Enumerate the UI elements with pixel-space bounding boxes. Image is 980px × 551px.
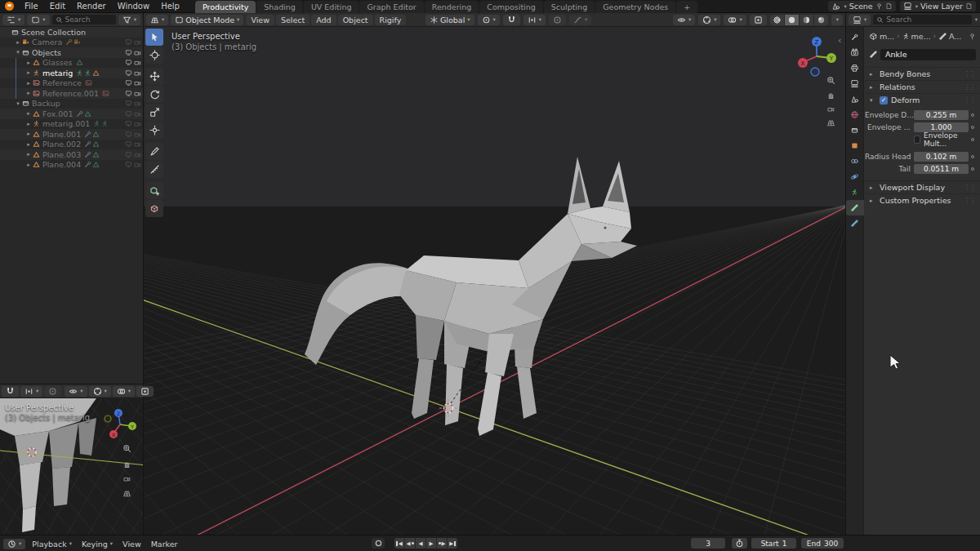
tool-select-box[interactable] [145,29,163,46]
prev-keyframe-button[interactable]: ◀ [405,538,415,549]
zoom-icon[interactable] [122,444,131,453]
hide-viewport-icon[interactable] [125,90,132,97]
disable-render-icon[interactable] [134,161,141,168]
camera-view-icon[interactable] [826,105,835,113]
tool-cursor[interactable] [145,47,163,64]
disable-render-icon[interactable] [134,59,141,66]
mini-navigation-gizmo[interactable]: Z X Y [102,407,138,442]
menubar-item-edit[interactable]: Edit [44,2,71,11]
mini-gizmos-dropdown[interactable]: ▾ [89,386,111,397]
secondary-viewport-canvas[interactable]: User Perspective (3) Objects | metarig Z… [0,398,143,535]
field-checkbox-row[interactable]: Envelope Mult... [914,131,969,148]
mode-dropdown[interactable]: Object Mode▾ [171,15,243,25]
menubar-item-file[interactable]: File [19,2,44,11]
shading-material-button[interactable] [800,15,813,25]
hide-viewport-icon[interactable] [125,120,132,127]
zoom-icon[interactable] [826,76,835,85]
sidebar-toggle-icon[interactable]: ‹ [838,35,841,46]
disable-render-icon[interactable] [134,100,141,107]
properties-tab-tool[interactable] [846,29,864,45]
outliner-row-objects[interactable]: ▾Objects [0,47,143,58]
properties-tab-bone[interactable] [846,200,864,216]
outliner-row-glasses[interactable]: ▸Glasses [0,58,143,69]
hide-viewport-icon[interactable] [125,59,132,66]
hide-viewport-icon[interactable] [125,100,132,107]
menubar-item-window[interactable]: Window [112,2,155,11]
checkbox-icon[interactable] [914,136,920,144]
viewport-menu-rigify[interactable]: Rigify [375,15,407,25]
tool-add-primitive[interactable] [145,200,163,217]
expand-arrow-icon[interactable]: ▸ [14,39,22,46]
properties-tab-physics[interactable] [846,169,864,184]
field-value[interactable]: 0.102 m [914,152,969,162]
frame-start-field[interactable]: Start1 [751,538,796,549]
current-frame-field[interactable]: 3 [691,538,725,549]
breadcrumb-pin-icon[interactable] [969,33,976,40]
snap-target-dropdown[interactable]: ▾ [523,15,546,25]
hide-viewport-icon[interactable] [125,79,132,87]
properties-tab-data[interactable] [846,184,864,200]
shading-rendered-button[interactable] [814,15,828,25]
jump-to-end-button[interactable]: ▶ [448,538,457,549]
tool-add-cube[interactable] [145,182,163,199]
workspace-tab-geometry-nodes[interactable]: Geometry Nodes [595,1,675,13]
outliner-row-metarig-001[interactable]: ▸metarig.001 [0,119,143,130]
disable-render-icon[interactable] [134,110,141,118]
outliner-row-scene-collection[interactable]: Scene Collection [0,27,143,38]
breadcrumb-item[interactable]: me... [902,32,931,41]
hide-viewport-icon[interactable] [125,110,132,118]
view-layer-selector[interactable]: ▾ View Layer [900,1,976,11]
play-button[interactable]: ▶ [426,538,436,549]
viewport-3d[interactable]: User Perspective (3) Objects | metarig Z… [143,27,845,535]
animate-dot-icon[interactable] [969,167,977,171]
disable-render-icon[interactable] [134,131,141,138]
hide-viewport-icon[interactable] [125,49,132,56]
disable-render-icon[interactable] [134,38,141,46]
hide-viewport-icon[interactable] [125,161,132,168]
outliner-row-plane-001[interactable]: ▸Plane.001 [0,129,143,140]
panel-checkbox[interactable]: ✓ [880,96,888,104]
panel-header-custom[interactable]: ▸Custom Properties⋮⋮ [865,193,980,207]
expand-arrow-icon[interactable]: ▸ [24,121,33,127]
outliner-row-metarig[interactable]: ▸metarig [0,68,143,78]
mini-visibility-dropdown[interactable]: ▾ [65,386,87,397]
workspace-tab-productivity[interactable]: Productivity [195,1,256,13]
expand-arrow-icon[interactable]: ▸ [24,141,33,148]
gizmos-dropdown[interactable]: ▾ [698,15,720,25]
tool-scale[interactable] [145,104,163,121]
workspace-tab-compositing[interactable]: Compositing [479,1,543,13]
disable-render-icon[interactable] [134,69,141,77]
disable-render-icon[interactable] [134,79,141,87]
outliner-row-plane-003[interactable]: ▸Plane.003 [0,149,143,160]
mini-snap-target-dropdown[interactable]: ▾ [20,386,42,397]
mini-snap-toggle[interactable] [2,386,19,397]
bone-name-field[interactable]: Ankle [880,49,976,60]
workspace-tab-graph-editor[interactable]: Graph Editor [359,1,423,13]
outliner-filter-button[interactable]: ▾ [118,15,140,25]
record-button[interactable] [372,538,385,549]
xray-toggle[interactable] [750,15,767,25]
jump-to-start-button[interactable]: ◀ [394,538,404,549]
timeline-menu-marker[interactable]: Marker [146,538,183,549]
shading-solid-button[interactable] [785,15,799,25]
navigation-gizmo[interactable]: Z X Y [795,32,838,78]
properties-search-input[interactable]: Search [873,15,971,24]
camera-view-icon[interactable] [122,475,131,482]
shading-wireframe-button[interactable] [770,15,784,25]
panel-header-bendy[interactable]: ▸Bendy Bones⋮⋮ [865,67,980,80]
breadcrumb-item[interactable]: m... [869,32,894,41]
new-scene-icon[interactable] [885,2,893,10]
proportional-falloff-dropdown[interactable]: ▾ [569,15,591,25]
expand-arrow-icon[interactable]: ▸ [24,90,33,96]
mini-xray-toggle[interactable] [136,386,154,397]
properties-tab-world[interactable] [846,107,864,122]
viewport-menu-select[interactable]: Select [276,15,310,25]
outliner-row-reference[interactable]: ▸Reference [0,78,143,89]
viewport-menu-add[interactable]: Add [311,15,336,25]
outliner-editor-type-button[interactable]: ▾ [2,15,24,25]
disable-render-icon[interactable] [134,49,141,56]
next-keyframe-button[interactable]: ▶ [437,538,447,549]
outliner-row-camera[interactable]: ▸Camera [0,38,143,48]
gizmo-minus-z-ball[interactable] [811,68,819,76]
hide-viewport-icon[interactable] [125,151,132,158]
